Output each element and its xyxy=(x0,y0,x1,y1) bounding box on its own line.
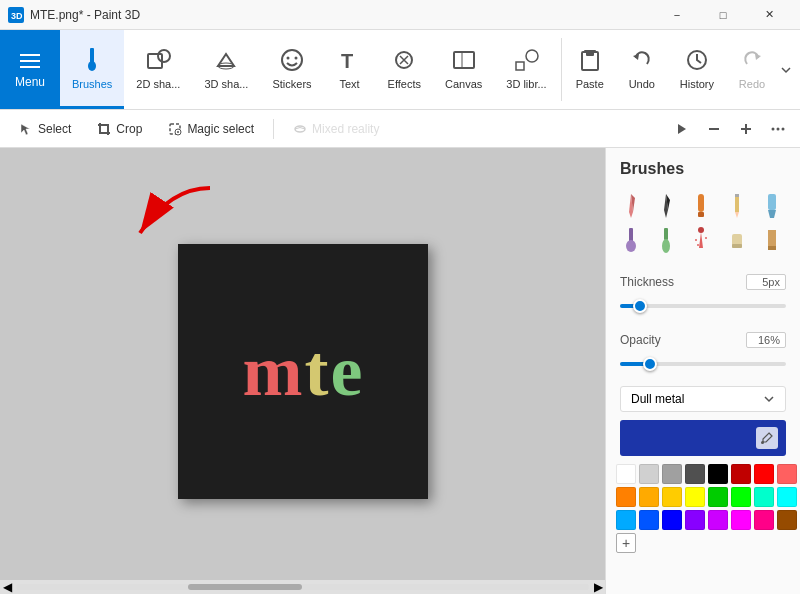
color-swatch-22[interactable] xyxy=(754,510,774,530)
select-button[interactable]: Select xyxy=(8,117,82,141)
color-swatch-4[interactable] xyxy=(708,464,728,484)
color-swatch-8[interactable] xyxy=(616,487,636,507)
ribbon-2d-shapes[interactable]: 2D sha... xyxy=(124,30,192,109)
ribbon-paste[interactable]: Paste xyxy=(564,30,616,109)
thickness-thumb[interactable] xyxy=(633,299,647,313)
color-swatch-0[interactable] xyxy=(616,464,636,484)
chevron-down-icon xyxy=(763,393,775,405)
opacity-label: Opacity xyxy=(620,333,661,347)
ribbon-undo[interactable]: Undo xyxy=(616,30,668,109)
eyedropper-icon xyxy=(760,431,774,445)
selected-color-swatch[interactable] xyxy=(620,420,786,456)
ribbon-effects[interactable]: Effects xyxy=(376,30,433,109)
svg-text:3D: 3D xyxy=(11,11,23,21)
zoom-in-button[interactable] xyxy=(732,117,760,141)
color-swatch-7[interactable] xyxy=(777,464,797,484)
color-swatch-6[interactable] xyxy=(754,464,774,484)
color-swatch-12[interactable] xyxy=(708,487,728,507)
pencil-brush[interactable] xyxy=(722,190,752,222)
magic-select-button[interactable]: Magic select xyxy=(157,117,265,141)
color-swatch-3[interactable] xyxy=(685,464,705,484)
svg-rect-43 xyxy=(629,228,633,242)
horizontal-scrollbar[interactable]: ◀ ▶ xyxy=(0,580,605,594)
calligraphy-brush[interactable] xyxy=(616,190,646,222)
add-color-button[interactable]: + xyxy=(616,533,636,553)
color-swatch-20[interactable] xyxy=(708,510,728,530)
scroll-left[interactable]: ◀ xyxy=(0,580,14,594)
color-swatch-21[interactable] xyxy=(731,510,751,530)
ribbon-canvas[interactable]: Canvas xyxy=(433,30,494,109)
highlighter-brush[interactable] xyxy=(757,190,787,222)
eraser-brush[interactable] xyxy=(722,224,752,256)
opacity-value[interactable]: 16% xyxy=(746,332,786,348)
color-swatch-23[interactable] xyxy=(777,510,797,530)
ribbon-3d-shapes[interactable]: 3D sha... xyxy=(192,30,260,109)
color-swatch-5[interactable] xyxy=(731,464,751,484)
close-button[interactable]: ✕ xyxy=(746,0,792,30)
canvas-image: m t e xyxy=(178,244,428,499)
ribbon-redo[interactable]: Redo xyxy=(726,30,778,109)
color-swatch-11[interactable] xyxy=(685,487,705,507)
more-options-button[interactable] xyxy=(764,117,792,141)
oil-brush[interactable] xyxy=(616,224,646,256)
ribbon-3d-library[interactable]: 3D libr... xyxy=(494,30,558,109)
color-swatch-9[interactable] xyxy=(639,487,659,507)
spray-brush[interactable] xyxy=(686,224,716,256)
pixel-brush[interactable] xyxy=(757,224,787,256)
redo-icon xyxy=(738,46,766,74)
color-swatch-15[interactable] xyxy=(777,487,797,507)
watercolor-brush[interactable] xyxy=(651,224,681,256)
svg-rect-29 xyxy=(709,128,719,130)
zoom-out-button[interactable] xyxy=(700,117,728,141)
toolbar: Select Crop Magic select Mixed reality xyxy=(0,110,800,148)
svg-point-50 xyxy=(697,244,699,246)
color-swatch-2[interactable] xyxy=(662,464,682,484)
mixed-reality-button[interactable]: Mixed reality xyxy=(282,117,390,141)
svg-rect-15 xyxy=(454,52,474,68)
svg-point-55 xyxy=(761,441,764,444)
color-swatch-18[interactable] xyxy=(662,510,682,530)
window-controls: − □ ✕ xyxy=(654,0,792,30)
scroll-thumb[interactable] xyxy=(188,584,303,590)
svg-point-12 xyxy=(294,57,297,60)
letter-m: m xyxy=(243,330,303,413)
color-swatch-10[interactable] xyxy=(662,487,682,507)
material-dropdown[interactable]: Dull metal xyxy=(620,386,786,412)
eyedropper-button[interactable] xyxy=(756,427,778,449)
thickness-slider[interactable] xyxy=(620,296,786,316)
color-swatch-1[interactable] xyxy=(639,464,659,484)
ribbon-collapse[interactable] xyxy=(780,30,800,109)
opacity-slider[interactable] xyxy=(620,354,786,374)
mixed-reality-icon xyxy=(293,122,307,136)
canvas-text: m t e xyxy=(243,330,363,413)
thickness-label: Thickness xyxy=(620,275,674,289)
color-swatch-14[interactable] xyxy=(754,487,774,507)
play-button[interactable] xyxy=(668,117,696,141)
ribbon-brushes[interactable]: Brushes xyxy=(60,30,124,109)
ribbon-stickers[interactable]: Stickers xyxy=(260,30,323,109)
color-swatch-19[interactable] xyxy=(685,510,705,530)
canvas-container[interactable]: m t e ◀ ▶ xyxy=(0,148,605,594)
svg-rect-3 xyxy=(20,60,40,62)
crop-button[interactable]: Crop xyxy=(86,117,153,141)
ribbon-text[interactable]: T Text xyxy=(324,30,376,109)
maximize-button[interactable]: □ xyxy=(700,0,746,30)
menu-button[interactable]: Menu xyxy=(0,30,60,109)
panel-title: Brushes xyxy=(606,148,800,186)
thickness-value[interactable]: 5px xyxy=(746,274,786,290)
minimize-button[interactable]: − xyxy=(654,0,700,30)
2d-shapes-icon xyxy=(144,46,172,74)
color-swatch-17[interactable] xyxy=(639,510,659,530)
fountain-pen-brush[interactable] xyxy=(651,190,681,222)
marker-brush[interactable] xyxy=(686,190,716,222)
svg-rect-54 xyxy=(768,246,776,250)
scroll-right[interactable]: ▶ xyxy=(591,580,605,594)
opacity-thumb[interactable] xyxy=(643,357,657,371)
svg-point-11 xyxy=(286,57,289,60)
svg-point-48 xyxy=(695,239,697,241)
svg-rect-17 xyxy=(516,62,524,70)
color-swatch-13[interactable] xyxy=(731,487,751,507)
color-swatch-16[interactable] xyxy=(616,510,636,530)
select-icon xyxy=(19,122,33,136)
ribbon-history[interactable]: History xyxy=(668,30,726,109)
